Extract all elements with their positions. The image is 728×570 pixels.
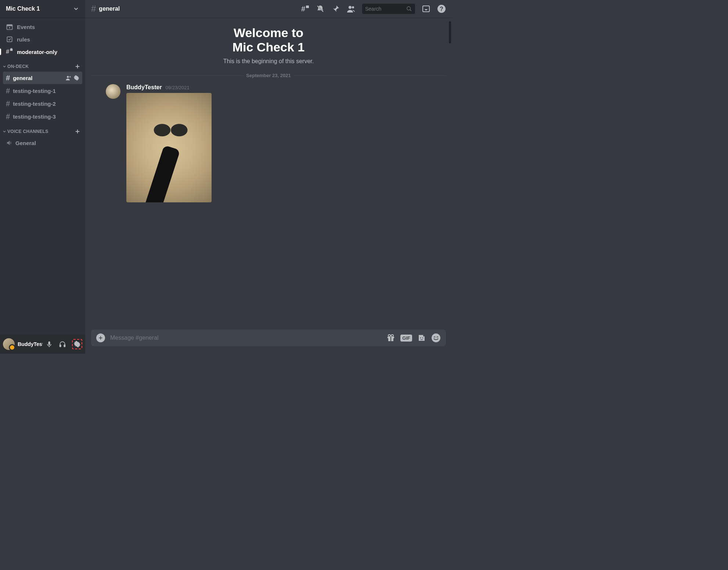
date-divider: September 23, 2021 [91, 73, 446, 78]
channel-name: General [15, 140, 36, 146]
rules-icon [6, 36, 13, 43]
svg-point-39 [422, 338, 424, 339]
svg-rect-28 [423, 6, 429, 12]
user-name: BuddyTester [18, 341, 43, 347]
chevron-down-icon [73, 6, 79, 12]
message-author[interactable]: BuddyTester [126, 84, 162, 91]
svg-rect-21 [306, 6, 309, 8]
svg-point-36 [388, 335, 390, 337]
channel-name: testing-testing-1 [13, 88, 56, 94]
calendar-icon [6, 23, 13, 30]
sidebar-item-events[interactable]: Events [0, 21, 85, 33]
gear-icon[interactable] [73, 75, 79, 81]
channel-item-general[interactable]: # general [3, 72, 82, 84]
svg-text:#: # [301, 5, 305, 13]
server-name: Mic Check 1 [6, 6, 40, 12]
channel-name: testing-testing-3 [13, 113, 56, 120]
svg-point-2 [9, 27, 10, 28]
svg-point-40 [432, 333, 440, 342]
chevron-down-icon [2, 64, 7, 69]
welcome-block: Welcome to Mic Check 1 This is the begin… [91, 26, 446, 65]
category-header-voice[interactable]: VOICE CHANNELS [0, 123, 85, 136]
svg-rect-35 [390, 337, 391, 341]
emoji-button[interactable] [431, 333, 441, 343]
deafen-button[interactable] [59, 340, 69, 348]
add-channel-button[interactable] [74, 128, 81, 135]
gif-button[interactable]: GIF [400, 335, 412, 342]
svg-point-9 [67, 76, 69, 78]
chat-scroll-area[interactable]: Welcome to Mic Check 1 This is the begin… [85, 18, 452, 329]
invite-icon[interactable] [65, 75, 71, 81]
channel-item[interactable]: # testing-testing-2 [3, 97, 82, 110]
svg-line-27 [410, 10, 411, 11]
svg-text:#: # [6, 48, 9, 55]
hash-lock-icon: # [6, 48, 13, 55]
user-settings-button[interactable] [72, 339, 82, 349]
notifications-muted-icon[interactable] [316, 4, 325, 13]
hash-icon: # [6, 74, 10, 82]
sidebar-item-label: Events [17, 24, 35, 30]
sticker-button[interactable] [417, 333, 426, 342]
server-header[interactable]: Mic Check 1 [0, 0, 85, 18]
scrollbar[interactable] [449, 21, 451, 43]
message-timestamp: 09/23/2021 [166, 85, 190, 90]
message: BuddyTester 09/23/2021 [91, 82, 446, 206]
voice-channel-item[interactable]: General [3, 137, 82, 149]
channel-name: general [13, 75, 32, 81]
svg-text:?: ? [440, 6, 443, 12]
category-header-ondeck[interactable]: ON-DECK [0, 58, 85, 71]
message-attachment-image[interactable] [126, 93, 212, 202]
search-icon [406, 6, 412, 12]
sidebar-item-label: rules [17, 36, 30, 43]
app-root: Mic Check 1 Events rules # [0, 0, 452, 354]
svg-rect-18 [64, 345, 65, 347]
svg-rect-6 [11, 48, 12, 49]
svg-point-24 [349, 6, 352, 9]
channel-item[interactable]: # testing-testing-3 [3, 110, 82, 123]
channel-title: # general [91, 4, 120, 14]
svg-point-25 [352, 6, 354, 8]
search-box[interactable] [362, 4, 415, 14]
inbox-button[interactable] [422, 4, 430, 13]
composer-area: GIF [85, 329, 452, 354]
speaker-icon [6, 140, 12, 146]
sidebar-item-rules[interactable]: rules [0, 33, 85, 46]
svg-rect-15 [48, 342, 50, 345]
help-button[interactable]: ? [437, 4, 446, 13]
channel-top-bar: # general # ? [85, 0, 452, 18]
add-channel-button[interactable] [74, 63, 81, 70]
mute-button[interactable] [46, 340, 56, 348]
svg-rect-1 [7, 25, 12, 26]
svg-rect-17 [60, 345, 61, 347]
message-avatar[interactable] [106, 84, 120, 99]
member-list-button[interactable] [347, 4, 356, 13]
message-input[interactable] [110, 335, 381, 341]
message-composer[interactable]: GIF [91, 329, 446, 346]
category-label: VOICE CHANNELS [2, 129, 48, 134]
search-input[interactable] [365, 6, 404, 12]
hash-icon: # [91, 4, 96, 14]
hash-icon: # [6, 112, 10, 121]
user-avatar[interactable] [3, 338, 15, 350]
svg-point-26 [407, 7, 410, 10]
main-content: # general # ? [85, 0, 452, 354]
svg-point-37 [391, 335, 393, 337]
svg-rect-5 [10, 49, 13, 51]
svg-rect-3 [7, 37, 12, 42]
hash-icon: # [6, 87, 10, 95]
channel-item[interactable]: # testing-testing-1 [3, 84, 82, 97]
hash-icon: # [6, 100, 10, 108]
channel-list: Events rules # moderator-only ON-DECK [0, 18, 85, 335]
welcome-heading: Welcome to Mic Check 1 [91, 26, 446, 54]
user-panel: BuddyTester [0, 335, 85, 354]
sidebar-item-moderator[interactable]: # moderator-only [0, 46, 85, 58]
channel-sidebar: Mic Check 1 Events rules # [0, 0, 85, 354]
gift-button[interactable] [386, 333, 395, 342]
sidebar-item-label: moderator-only [17, 49, 57, 55]
channel-name: testing-testing-2 [13, 101, 56, 107]
threads-button[interactable]: # [300, 4, 309, 13]
attach-button[interactable] [96, 333, 105, 342]
svg-point-38 [420, 338, 421, 339]
category-label: ON-DECK [2, 64, 29, 69]
pinned-messages-button[interactable] [331, 4, 340, 13]
